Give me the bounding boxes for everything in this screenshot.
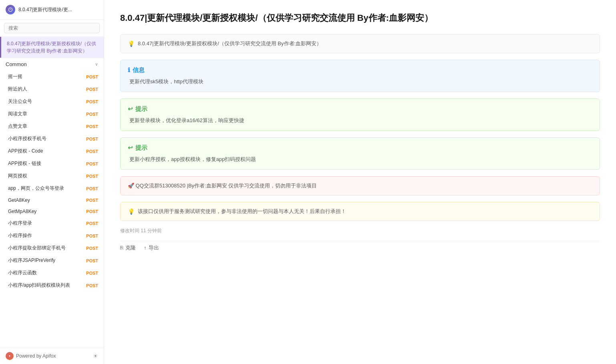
nav-item-method: POST xyxy=(86,283,98,288)
nav-item-method: POST xyxy=(86,186,98,191)
clone-icon: ⎘ xyxy=(120,245,123,251)
nav-item-name: 小程序操作 xyxy=(8,232,86,239)
nav-list-item[interactable]: GetMpA8Key POST xyxy=(0,206,104,217)
footer-brand: Powered by Apifox xyxy=(6,352,56,360)
nav-section-common[interactable]: Common ∨ xyxy=(0,58,104,70)
nav-list-item[interactable]: 小程序JSAPIPreVerify POST xyxy=(0,254,104,267)
nav-list-item[interactable]: 附近的人 POST xyxy=(0,83,104,95)
bulb-icon: 💡 xyxy=(128,40,135,47)
green-card-2-body: 更新小程序授权，app授权模块，修复app扫码授权问题 xyxy=(128,156,592,163)
nav-item-method: POST xyxy=(86,149,98,154)
yellow-card-text: 该接口仅供用于服务测试研究使用，参与非法使用的一切问题与本人无关！后果自行承担！ xyxy=(138,208,346,215)
nav-item-name: 小程序提取全部绑定手机号 xyxy=(8,245,86,251)
nav-item-name: APP授权 - 链接 xyxy=(8,160,86,167)
nav-item-method: POST xyxy=(86,137,98,141)
tip-icon-2: ↩ xyxy=(128,144,133,151)
nav-item-name: 摇一摇 xyxy=(8,73,86,80)
nav-list-item[interactable]: APP授权 - Code POST xyxy=(0,145,104,157)
sidebar-footer: Powered by Apifox ☀ xyxy=(0,348,104,364)
nav-list-item[interactable]: 阅读文章 POST xyxy=(0,108,104,120)
main-content: 8.0.47|更新代理模块/更新授权模块/（仅供学习研究交流使用 By作者:血影… xyxy=(104,0,616,364)
nav-item-method: POST xyxy=(86,99,98,104)
warning-bulb-icon: 💡 xyxy=(128,208,135,215)
nav-list-item[interactable]: 网页授权 POST xyxy=(0,170,104,182)
nav-item-name: 小程序授权手机号 xyxy=(8,135,86,142)
yellow-card: 💡 该接口仅供用于服务测试研究使用，参与非法使用的一切问题与本人无关！后果自行承… xyxy=(120,202,600,221)
green-card-2-title: 提示 xyxy=(135,144,147,152)
sidebar: 8.0.47|更新代理模块/更... 8.0.47|更新代理模块/更新授权模块/… xyxy=(0,0,104,364)
page-title: 8.0.47|更新代理模块/更新授权模块/（仅供学习研究交流使用 By作者:血影… xyxy=(120,12,600,24)
nav-item-method: POST xyxy=(86,209,98,214)
search-input[interactable] xyxy=(4,23,100,33)
nav-item-method: POST xyxy=(86,246,98,251)
nav-list-item[interactable]: 小程序授权手机号 POST xyxy=(0,133,104,145)
nav-item-method: POST xyxy=(86,271,98,276)
nav-item-method: POST xyxy=(86,161,98,166)
info-card: 💡 8.0.47|更新代理模块/更新授权模块/（仅供学习研究交流使用 By作者:… xyxy=(120,34,600,53)
green-card-2-header: ↩ 提示 xyxy=(128,144,592,152)
nav-item-name: 关注公众号 xyxy=(8,98,86,105)
nav-item-name: 网页授权 xyxy=(8,173,86,179)
settings-icon[interactable]: ☀ xyxy=(93,353,98,359)
nav-item-method: POST xyxy=(86,198,98,203)
sidebar-nav: 8.0.47|更新代理模块/更新授权模块/（仅供学习研究交流使用 By作者:血影… xyxy=(0,37,104,348)
clone-button[interactable]: ⎘ 克隆 xyxy=(120,243,136,253)
nav-item-method: POST xyxy=(86,258,98,263)
nav-item-name: GetA8Key xyxy=(8,197,86,203)
nav-item-name: APP授权 - Code xyxy=(8,148,86,155)
action-bar: ⎘ 克隆 ↑ 导出 xyxy=(120,241,600,253)
active-nav-item[interactable]: 8.0.47|更新代理模块/更新授权模块/（仅供学习研究交流使用 By作者:血影… xyxy=(0,37,104,58)
blue-card-header: ℹ 信息 xyxy=(128,66,592,74)
export-label: 导出 xyxy=(149,244,159,251)
green-card-1: ↩ 提示 更新登录模块，优化登录a16/62算法，响应更快捷 xyxy=(120,99,600,131)
sidebar-header: 8.0.47|更新代理模块/更... xyxy=(0,0,104,20)
nav-list-item[interactable]: 点赞文章 POST xyxy=(0,120,104,133)
nav-list-item[interactable]: 关注公众号 POST xyxy=(0,95,104,108)
nav-item-name: 附近的人 xyxy=(8,86,86,93)
nav-list-item[interactable]: APP授权 - 链接 POST xyxy=(0,157,104,170)
green-card-2: ↩ 提示 更新小程序授权，app授权模块，修复app扫码授权问题 xyxy=(120,137,600,170)
nav-item-method: POST xyxy=(86,74,98,79)
nav-section-label: Common xyxy=(6,61,27,67)
blue-card-body: 更新代理sk5模块，http代理模块 xyxy=(128,78,592,85)
blue-info-card: ℹ 信息 更新代理sk5模块，http代理模块 xyxy=(120,60,600,92)
nav-item-name: 小程序/app扫码授权模块列表 xyxy=(8,282,86,289)
active-nav-item-text: 8.0.47|更新代理模块/更新授权模块/（仅供学习研究交流使用 By作者:血影… xyxy=(7,40,98,54)
nav-list-item[interactable]: 小程序/app扫码授权模块列表 POST xyxy=(0,279,104,292)
nav-item-name: 小程序登录 xyxy=(8,220,86,227)
nav-item-name: 点赞文章 xyxy=(8,123,86,130)
export-icon: ↑ xyxy=(144,245,147,251)
nav-item-method: POST xyxy=(86,112,98,117)
nav-item-name: 阅读文章 xyxy=(8,111,86,117)
apifox-logo xyxy=(6,352,14,360)
nav-list-item[interactable]: 小程序登录 POST xyxy=(0,217,104,229)
red-card-text: 🚀 QQ交流群513008520 |By作者:血影网安 仅供学习交流使用，切勿用… xyxy=(128,182,317,189)
export-button[interactable]: ↑ 导出 xyxy=(144,243,159,253)
info-circle-icon: ℹ xyxy=(128,66,130,74)
green-card-1-title: 提示 xyxy=(135,105,147,113)
nav-item-method: POST xyxy=(86,221,98,226)
modify-time: 修改时间 11 分钟前 xyxy=(120,227,600,234)
nav-item-method: POST xyxy=(86,124,98,129)
tip-icon-1: ↩ xyxy=(128,105,133,113)
blue-card-title: 信息 xyxy=(133,66,145,74)
svg-point-0 xyxy=(8,8,12,11)
nav-list-item[interactable]: 小程序提取全部绑定手机号 POST xyxy=(0,242,104,254)
search-container xyxy=(0,20,104,37)
nav-item-method: POST xyxy=(86,87,98,92)
nav-list-item[interactable]: GetA8Key POST xyxy=(0,195,104,206)
nav-list-item[interactable]: 小程序云函数 POST xyxy=(0,267,104,279)
app-logo xyxy=(6,5,15,14)
clone-label: 克隆 xyxy=(125,244,136,251)
nav-list-item[interactable]: app，网页，公众号等登录 POST xyxy=(0,182,104,195)
green-card-1-body: 更新登录模块，优化登录a16/62算法，响应更快捷 xyxy=(128,117,592,124)
nav-item-name: 小程序云函数 xyxy=(8,269,86,276)
chevron-down-icon: ∨ xyxy=(95,62,98,67)
sidebar-title: 8.0.47|更新代理模块/更... xyxy=(18,6,98,13)
nav-items-list: 摇一摇 POST 附近的人 POST 关注公众号 POST 阅读文章 POST … xyxy=(0,70,104,292)
nav-list-item[interactable]: 摇一摇 POST xyxy=(0,70,104,83)
nav-list-item[interactable]: 小程序操作 POST xyxy=(0,229,104,242)
nav-item-method: POST xyxy=(86,174,98,179)
nav-item-name: app，网页，公众号等登录 xyxy=(8,185,86,192)
red-card: 🚀 QQ交流群513008520 |By作者:血影网安 仅供学习交流使用，切勿用… xyxy=(120,176,600,195)
